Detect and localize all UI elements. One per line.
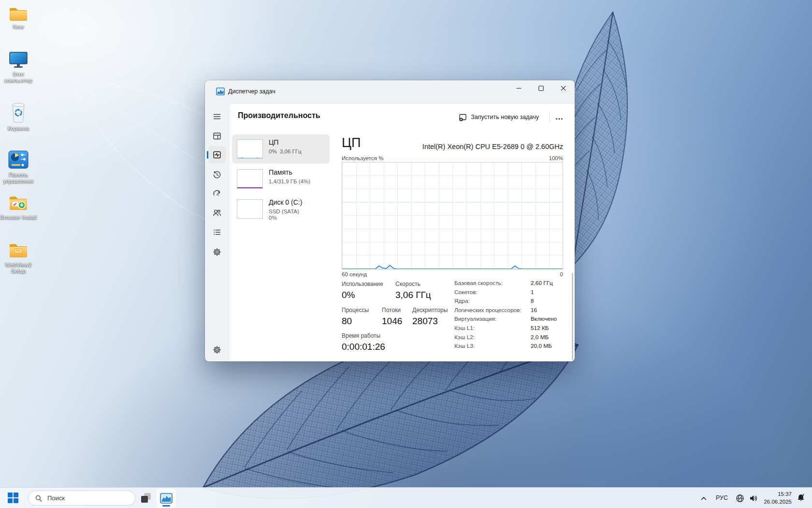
- sidebar-item-app-history[interactable]: [208, 166, 226, 183]
- folder-download-icon: [8, 194, 29, 213]
- desktop-icon-control-panel[interactable]: Панель управления: [0, 149, 37, 184]
- desktop-icon-webview2-setup[interactable]: WebView2 Setup: [0, 242, 37, 274]
- desktop-icon-label: WebView2 Setup: [0, 262, 37, 274]
- window-titlebar[interactable]: Диспетчер задач: [205, 80, 575, 103]
- performance-page: Производительность Запустить новую задач…: [229, 104, 575, 361]
- tray-clock[interactable]: 15:37 26.06.2025: [757, 491, 792, 506]
- page-title: Производительность: [238, 111, 320, 120]
- run-new-task-button[interactable]: Запустить новую задачу: [454, 110, 544, 124]
- hamburger-menu-icon[interactable]: [208, 108, 226, 125]
- spec-row: Логических процессоров:16: [454, 307, 566, 316]
- minimize-button[interactable]: [508, 81, 530, 95]
- tray-time: 15:37: [757, 491, 792, 498]
- perf-item-title: Память: [269, 168, 292, 176]
- perf-list-item-disk[interactable]: Диск 0 (C:) SSD (SATA) 0%: [232, 194, 330, 226]
- task-manager-icon: [160, 493, 173, 504]
- spec-row: Сокетов:1: [454, 289, 566, 298]
- stat-value-handles: 28073: [412, 316, 438, 327]
- cpu-section-title: ЦП: [342, 135, 361, 150]
- control-panel-icon: [8, 149, 29, 170]
- spec-value: 20,0 МБ: [531, 343, 552, 352]
- stat-value-processes: 80: [342, 316, 352, 327]
- sidebar-item-users[interactable]: [208, 204, 226, 222]
- graph-xmin-label: 0: [560, 271, 563, 277]
- desktop-icon-browser-install[interactable]: Browser Install: [0, 194, 37, 221]
- cpu-usage-graph[interactable]: [342, 162, 563, 269]
- perf-list-item-memory[interactable]: Память 1,4/31,9 ГБ (4%): [232, 164, 330, 194]
- desktop-icon-label: New: [0, 24, 37, 30]
- spec-value: 8: [531, 298, 534, 307]
- new-task-icon: [459, 113, 467, 121]
- globe-no-internet-icon[interactable]: [735, 493, 745, 503]
- cpu-mini-graph: [237, 139, 263, 159]
- taskbar: Поиск РУС 15:37 26.06.2025: [0, 487, 812, 508]
- spec-row: Кэш L2:2,0 МБ: [454, 334, 566, 343]
- language-indicator[interactable]: РУС: [716, 494, 728, 501]
- notification-bell-dnd-icon[interactable]: z: [796, 493, 806, 503]
- perf-item-subtitle2: 0%: [269, 215, 277, 221]
- desktop-icon-label: Этот компьютер: [0, 71, 37, 84]
- desktop-icon-label: Корзина: [0, 125, 37, 132]
- graph-xrange-label: 60 секунд: [342, 271, 367, 277]
- desktop: New Этот компьютер Корзина: [0, 0, 812, 508]
- stat-label: Время работы: [342, 332, 380, 339]
- cpu-graph-line: [342, 265, 563, 269]
- tray-chevron-up-icon[interactable]: [700, 494, 708, 502]
- sidebar-item-startup-apps[interactable]: [208, 185, 226, 202]
- graph-ymax-label: 100%: [549, 155, 563, 161]
- stat-label: Использование: [342, 281, 383, 287]
- stat-value-speed: 3,06 ГГц: [395, 290, 431, 300]
- active-app-indicator: [162, 505, 170, 507]
- memory-mini-graph: [237, 169, 263, 189]
- sidebar-item-settings[interactable]: [208, 341, 226, 359]
- cpu-thumb-line: [237, 158, 262, 158]
- cpu-model-name: Intel(R) Xeon(R) CPU E5-2689 0 @ 2.60GHz: [422, 143, 563, 150]
- disk-mini-graph: [237, 199, 263, 219]
- perf-list-item-cpu[interactable]: ЦП 0% 3,06 ГГц: [232, 134, 330, 164]
- window-stack-app-icon[interactable]: [140, 492, 152, 504]
- stat-label: Скорость: [395, 281, 420, 287]
- perf-item-subtitle: SSD (SATA): [269, 208, 299, 215]
- stat-value-usage: 0%: [342, 290, 355, 300]
- search-icon: [35, 494, 43, 502]
- window-controls: [508, 81, 574, 95]
- spec-row: Базовая скорость:2,60 ГГц: [454, 280, 566, 289]
- vertical-scrollbar[interactable]: [572, 273, 573, 360]
- svg-text:z: z: [802, 493, 804, 496]
- sidebar-item-details[interactable]: [208, 224, 226, 241]
- sidebar-item-processes[interactable]: [208, 127, 226, 145]
- stat-label: Дескрипторы: [412, 307, 448, 314]
- stat-value-uptime: 0:00:01:26: [342, 342, 385, 352]
- spec-row: Ядра:8: [454, 298, 566, 307]
- stat-value-threads: 1046: [382, 316, 402, 327]
- recycle-bin-icon: [10, 101, 27, 124]
- desktop-icon-new-folder[interactable]: New: [0, 6, 37, 30]
- cpu-graph-fill: [342, 265, 563, 269]
- desktop-icon-recycle-bin[interactable]: Корзина: [0, 101, 37, 132]
- perf-item-subtitle: 1,4/31,9 ГБ (4%): [269, 178, 310, 185]
- spec-row: Кэш L3:20,0 МБ: [454, 343, 566, 352]
- perf-item-subtitle: 0% 3,06 ГГц: [269, 148, 302, 155]
- desktop-icon-label: Browser Install: [0, 214, 37, 221]
- more-options-button[interactable]: …: [551, 110, 567, 124]
- desktop-icon-this-pc[interactable]: Этот компьютер: [0, 51, 37, 84]
- stat-label: Потоки: [382, 307, 401, 314]
- search-placeholder: Поиск: [47, 494, 65, 502]
- spec-value: 16: [531, 307, 537, 316]
- spec-value: 512 КБ: [531, 325, 549, 334]
- spec-value: 2,60 ГГц: [531, 280, 553, 289]
- spec-value: 2,0 МБ: [531, 334, 549, 343]
- folder-icon: [8, 242, 29, 260]
- computer-icon: [8, 51, 29, 70]
- maximize-button[interactable]: [530, 81, 552, 95]
- sidebar-item-services[interactable]: [208, 243, 226, 261]
- spec-value: 1: [531, 289, 534, 298]
- graph-ylabel: Используется %: [342, 155, 383, 161]
- perf-item-title: ЦП: [269, 138, 278, 146]
- search-input[interactable]: Поиск: [28, 491, 135, 506]
- desktop-icon-label: Панель управления: [0, 172, 37, 184]
- task-manager-logo-icon: [216, 88, 225, 95]
- close-button[interactable]: [552, 81, 574, 95]
- sidebar-item-performance[interactable]: [208, 146, 226, 164]
- start-button[interactable]: [8, 493, 18, 503]
